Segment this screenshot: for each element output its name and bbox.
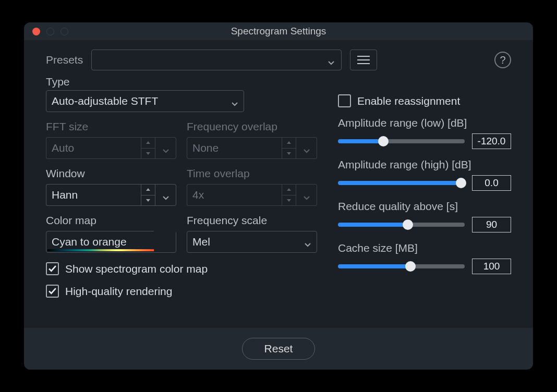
fft-size-label: FFT size — [46, 120, 176, 133]
reduce-quality-value[interactable]: 90 — [472, 217, 511, 232]
frequency-scale-select[interactable]: Mel — [187, 231, 317, 253]
hamburger-icon — [357, 56, 370, 57]
time-overlap-spinner[interactable] — [282, 184, 296, 206]
spinner-up[interactable] — [141, 138, 155, 149]
show-colormap-checkbox[interactable] — [46, 262, 59, 275]
color-map-select[interactable]: Cyan to orange — [46, 231, 176, 253]
cache-size-slider[interactable] — [338, 261, 465, 272]
minimize-button[interactable] — [46, 28, 54, 35]
amp-low-label: Amplitude range (low) [dB] — [338, 117, 511, 129]
fft-size-value: Auto — [46, 137, 141, 159]
chevron-down-icon — [328, 56, 335, 64]
amp-high-slider[interactable] — [338, 178, 465, 188]
show-colormap-label: Show spectrogram color map — [65, 263, 208, 275]
window-spinner[interactable] — [141, 184, 155, 206]
cache-size-value[interactable]: 100 — [472, 259, 511, 274]
presets-row: Presets ? — [46, 50, 511, 70]
frequency-overlap-combo[interactable]: None — [187, 137, 317, 159]
slider-thumb[interactable] — [403, 219, 413, 230]
time-overlap-dropdown[interactable] — [296, 184, 317, 206]
presets-label: Presets — [46, 54, 83, 66]
frequency-overlap-label: Frequency overlap — [187, 120, 317, 133]
help-button[interactable]: ? — [494, 52, 511, 68]
presets-menu-button[interactable] — [350, 50, 377, 70]
colormap-gradient-preview — [47, 249, 175, 251]
spinner-up[interactable] — [141, 185, 155, 195]
frequency-overlap-value: None — [187, 137, 282, 159]
window-value: Hann — [46, 184, 141, 206]
chevron-down-icon — [303, 191, 310, 199]
frequency-scale-value: Mel — [192, 236, 210, 248]
spinner-down[interactable] — [141, 195, 155, 206]
settings-window: Spectrogram Settings Presets ? Type — [24, 22, 533, 370]
frequency-overlap-dropdown[interactable] — [296, 137, 317, 159]
window-controls — [32, 28, 68, 35]
slider-thumb[interactable] — [456, 178, 466, 188]
chevron-down-icon — [304, 238, 311, 246]
chevron-down-icon — [162, 144, 169, 152]
cache-size-label: Cache size [MB] — [338, 242, 511, 254]
type-select[interactable]: Auto-adjustable STFT — [46, 90, 244, 112]
fft-size-spinner[interactable] — [141, 137, 155, 159]
fft-size-dropdown[interactable] — [155, 137, 176, 159]
footer: Reset — [24, 328, 533, 370]
enable-reassignment-label: Enable reassignment — [357, 95, 460, 107]
window-label: Window — [46, 167, 176, 180]
show-colormap-row[interactable]: Show spectrogram color map — [46, 262, 317, 275]
chevron-down-icon — [162, 191, 169, 199]
frequency-scale-label: Frequency scale — [187, 214, 317, 227]
color-map-value: Cyan to orange — [52, 236, 127, 248]
window-combo[interactable]: Hann — [46, 184, 176, 206]
question-icon: ? — [500, 54, 505, 66]
reset-button[interactable]: Reset — [242, 338, 316, 360]
reduce-quality-label: Reduce quality above [s] — [338, 200, 511, 213]
hq-rendering-label: High-quality rendering — [65, 285, 172, 298]
slider-thumb[interactable] — [405, 261, 416, 272]
spinner-up[interactable] — [282, 138, 296, 149]
slider-thumb[interactable] — [378, 136, 389, 146]
color-map-label: Color map — [46, 214, 176, 227]
time-overlap-label: Time overlap — [187, 167, 317, 180]
presets-dropdown[interactable] — [91, 50, 342, 70]
close-button[interactable] — [32, 28, 40, 35]
spinner-down[interactable] — [141, 149, 155, 159]
window-title: Spectrogram Settings — [24, 26, 533, 37]
hq-rendering-checkbox[interactable] — [46, 285, 59, 298]
content-area: Presets ? Type Auto-adjustable STFT — [24, 40, 533, 328]
type-value: Auto-adjustable STFT — [52, 95, 158, 107]
fft-size-combo[interactable]: Auto — [46, 137, 176, 159]
amp-high-value[interactable]: 0.0 — [472, 175, 511, 191]
amp-high-label: Amplitude range (high) [dB] — [338, 158, 511, 171]
time-overlap-combo[interactable]: 4x — [187, 184, 317, 206]
chevron-down-icon — [231, 97, 238, 105]
type-label: Type — [46, 76, 317, 88]
spinner-down[interactable] — [282, 149, 296, 159]
amp-low-slider[interactable] — [338, 136, 465, 146]
amp-low-value[interactable]: -120.0 — [472, 133, 511, 149]
reduce-quality-slider[interactable] — [338, 219, 465, 230]
hq-rendering-row[interactable]: High-quality rendering — [46, 285, 317, 298]
window-dropdown[interactable] — [155, 184, 176, 206]
maximize-button[interactable] — [60, 28, 68, 35]
spinner-up[interactable] — [282, 185, 296, 195]
enable-reassignment-row[interactable]: Enable reassignment — [338, 94, 511, 107]
spinner-down[interactable] — [282, 195, 296, 206]
enable-reassignment-checkbox[interactable] — [338, 94, 351, 107]
titlebar: Spectrogram Settings — [24, 22, 533, 40]
time-overlap-value: 4x — [187, 184, 282, 206]
frequency-overlap-spinner[interactable] — [282, 137, 296, 159]
chevron-down-icon — [303, 144, 310, 152]
